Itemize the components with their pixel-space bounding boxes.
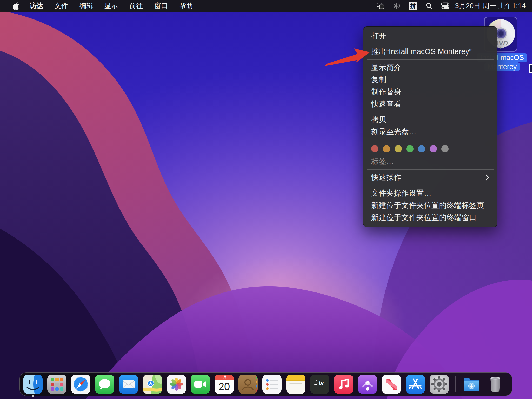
dock-item-finder[interactable] (23, 375, 43, 394)
tag-orange[interactable] (383, 145, 390, 152)
tag-gray[interactable] (441, 145, 449, 152)
dock-item-contacts[interactable] (238, 375, 258, 394)
menu-bar-left: 访达 文件 编辑 显示 前往 窗口 帮助 (0, 0, 198, 12)
pinyin-input-icon[interactable]: 拼 (405, 0, 421, 12)
submenu-chevron-icon (485, 174, 489, 181)
separator (367, 112, 494, 112)
ctx-quick-actions[interactable]: 快速操作 (363, 171, 497, 184)
dock-item-messages[interactable] (95, 375, 114, 394)
menu-bar-status: 拼 3月20日 周一 上午1:14 (373, 0, 532, 12)
ctx-new-terminal-tab[interactable]: 新建位于文件夹位置的终端标签页 (363, 199, 497, 211)
svg-text:tv: tv (319, 380, 324, 386)
finder-running-indicator (32, 395, 34, 397)
mouse-cursor (529, 64, 532, 73)
ctx-open[interactable]: 打开 (363, 30, 497, 42)
search-icon[interactable] (421, 0, 437, 12)
dock-divider (455, 376, 456, 392)
ctx-burn-to-disc[interactable]: 刻录至光盘… (363, 126, 497, 138)
menu-item-edit[interactable]: 编辑 (74, 0, 99, 12)
dock: 3月 20 (19, 372, 512, 396)
ctx-quick-look[interactable]: 快速查看 (363, 98, 497, 110)
separator (367, 185, 494, 186)
dock-item-podcasts[interactable] (358, 375, 377, 394)
calendar-month: 3月 (215, 375, 234, 380)
dock-item-mail[interactable] (119, 375, 138, 394)
dock-item-facetime[interactable] (191, 375, 210, 394)
display-mirroring-icon[interactable] (373, 0, 389, 12)
tag-red[interactable] (371, 145, 378, 152)
tag-blue[interactable] (418, 145, 425, 152)
apple-logo-icon (13, 2, 20, 10)
svg-text:R: R (500, 46, 502, 50)
tag-purple[interactable] (430, 145, 437, 152)
menu-item-help[interactable]: 帮助 (174, 0, 198, 12)
dock-item-music[interactable] (334, 375, 353, 394)
menu-item-file[interactable]: 文件 (49, 0, 74, 12)
menu-bar: 访达 文件 编辑 显示 前往 窗口 帮助 拼 (0, 0, 532, 12)
ctx-get-info[interactable]: 显示简介 (363, 61, 497, 74)
ctx-new-terminal-window[interactable]: 新建位于文件夹位置的终端窗口 (363, 211, 497, 224)
dock-item-launchpad[interactable] (47, 375, 66, 394)
dock-item-reminders[interactable] (262, 375, 282, 394)
ctx-make-alias[interactable]: 制作替身 (363, 86, 497, 98)
ctx-folder-actions-setup[interactable]: 文件夹操作设置… (363, 187, 497, 199)
dock-item-calendar[interactable]: 3月 20 (215, 375, 234, 394)
menu-item-view[interactable]: 显示 (99, 0, 124, 12)
tag-color-row (363, 142, 497, 156)
dock-item-maps[interactable] (143, 375, 162, 394)
separator (367, 140, 494, 140)
ctx-duplicate[interactable]: 复制 (363, 74, 497, 86)
ctx-copy[interactable]: 拷贝 (363, 114, 497, 126)
ctx-tags[interactable]: 标签… (363, 156, 497, 168)
apple-menu[interactable] (9, 2, 24, 10)
wireless-icon[interactable] (389, 0, 405, 12)
calendar-day: 20 (215, 380, 234, 394)
dock-item-photos[interactable] (167, 375, 186, 394)
separator (367, 59, 494, 60)
separator (367, 169, 494, 170)
menu-item-finder[interactable]: 访达 (24, 0, 49, 12)
dock-item-notes[interactable] (286, 375, 305, 394)
menu-bar-clock[interactable]: 3月20日 周一 上午1:14 (454, 1, 526, 10)
menu-item-go[interactable]: 前往 (124, 0, 149, 12)
control-center-icon[interactable] (437, 0, 454, 12)
dock-item-downloads[interactable] (462, 375, 481, 394)
menu-item-window[interactable]: 窗口 (149, 0, 174, 12)
dock-item-appletv[interactable]: tv (310, 375, 329, 394)
tag-green[interactable] (406, 145, 414, 152)
dock-item-safari[interactable] (71, 375, 90, 394)
dock-item-system-preferences[interactable] (430, 375, 449, 394)
tag-yellow[interactable] (395, 145, 402, 152)
dock-item-appstore[interactable] (406, 375, 425, 394)
context-menu: 打开 推出“Install macOS Monterey” 显示简介 复制 制作… (363, 26, 497, 227)
separator (367, 44, 494, 44)
dock-item-trash[interactable] (486, 375, 505, 394)
dock-item-news[interactable] (382, 375, 401, 394)
ctx-eject[interactable]: 推出“Install macOS Monterey” (363, 46, 497, 58)
